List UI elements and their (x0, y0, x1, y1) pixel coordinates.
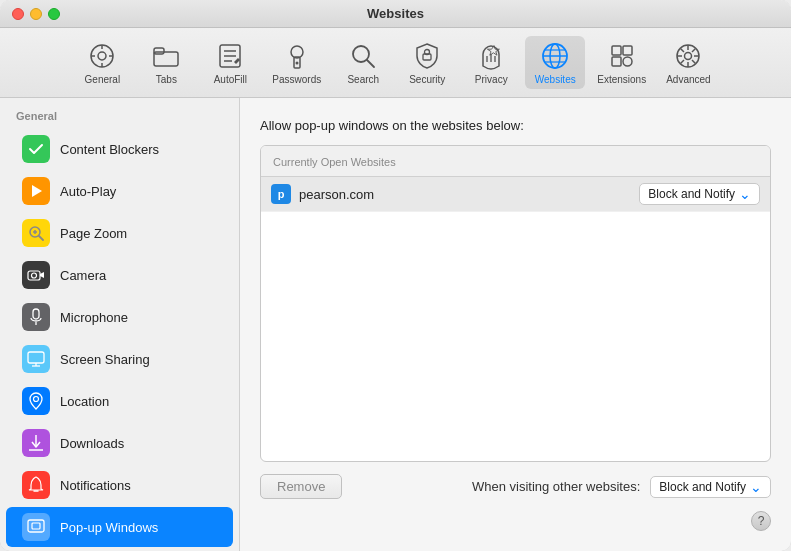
popup-windows-icon (22, 513, 50, 541)
sidebar-item-label-screen-sharing: Screen Sharing (60, 352, 150, 367)
sidebar-item-label-content-blockers: Content Blockers (60, 142, 159, 157)
maximize-button[interactable] (48, 8, 60, 20)
downloads-icon (22, 429, 50, 457)
panel-description: Allow pop-up windows on the websites bel… (260, 118, 771, 133)
other-websites-row: When visiting other websites: Block and … (472, 476, 771, 498)
site-setting-dropdown[interactable]: Block and Notify ⌄ (639, 183, 760, 205)
sidebar: General Content Blockers Auto-Play Page … (0, 98, 240, 551)
toolbar-item-tabs[interactable]: Tabs (136, 36, 196, 89)
svg-point-1 (98, 52, 106, 60)
svg-rect-24 (612, 46, 621, 55)
toolbar-item-general[interactable]: General (72, 36, 132, 89)
sidebar-item-location[interactable]: Location (6, 381, 233, 421)
sidebar-item-notifications[interactable]: Notifications (6, 465, 233, 505)
site-setting-value: Block and Notify (648, 187, 735, 201)
sidebar-item-label-notifications: Notifications (60, 478, 131, 493)
sidebar-item-label-downloads: Downloads (60, 436, 124, 451)
toolbar-label-general: General (85, 74, 121, 85)
minimize-button[interactable] (30, 8, 42, 20)
toolbar-label-privacy: Privacy (475, 74, 508, 85)
sidebar-item-microphone[interactable]: Microphone (6, 297, 233, 337)
toolbar-item-advanced[interactable]: Advanced (658, 36, 718, 89)
site-domain: pearson.com (299, 187, 639, 202)
toolbar-label-security: Security (409, 74, 445, 85)
camera-icon (22, 261, 50, 289)
main-content: General Content Blockers Auto-Play Page … (0, 98, 791, 551)
svg-rect-44 (33, 309, 39, 319)
toolbar-label-tabs: Tabs (156, 74, 177, 85)
search-icon (347, 40, 379, 72)
sidebar-item-page-zoom[interactable]: Page Zoom (6, 213, 233, 253)
sidebar-item-camera[interactable]: Camera (6, 255, 233, 295)
svg-point-49 (34, 397, 39, 402)
sidebar-item-label-camera: Camera (60, 268, 106, 283)
toolbar-item-passwords[interactable]: Passwords (264, 36, 329, 89)
toolbar-item-autofill[interactable]: AutoFill (200, 36, 260, 89)
toolbar: General Tabs AutoFill Passwords Search (0, 28, 791, 98)
help-button[interactable]: ? (751, 511, 771, 531)
svg-rect-46 (28, 352, 44, 363)
auto-play-icon (22, 177, 50, 205)
titlebar: Websites (0, 0, 791, 28)
right-panel: Allow pop-up windows on the websites bel… (240, 98, 791, 551)
extensions-icon (606, 40, 638, 72)
toolbar-item-search[interactable]: Search (333, 36, 393, 89)
sidebar-item-downloads[interactable]: Downloads (6, 423, 233, 463)
screen-sharing-icon (22, 345, 50, 373)
other-websites-value: Block and Notify (659, 480, 746, 494)
sidebar-item-label-page-zoom: Page Zoom (60, 226, 127, 241)
location-icon (22, 387, 50, 415)
toolbar-label-autofill: AutoFill (214, 74, 247, 85)
privacy-icon (475, 40, 507, 72)
microphone-icon (22, 303, 50, 331)
svg-rect-26 (612, 57, 621, 66)
toolbar-label-advanced: Advanced (666, 74, 710, 85)
websites-icon (539, 40, 571, 72)
svg-line-35 (692, 49, 696, 53)
sidebar-item-auto-play[interactable]: Auto-Play (6, 171, 233, 211)
general-icon (86, 40, 118, 72)
svg-rect-25 (623, 46, 632, 55)
svg-line-34 (692, 60, 696, 64)
svg-line-33 (681, 49, 685, 53)
toolbar-item-security[interactable]: Security (397, 36, 457, 89)
window-title: Websites (367, 6, 424, 21)
table-body: p pearson.com Block and Notify ⌄ (261, 177, 770, 461)
svg-point-43 (32, 273, 37, 278)
toolbar-label-passwords: Passwords (272, 74, 321, 85)
toolbar-label-extensions: Extensions (597, 74, 646, 85)
svg-line-36 (681, 60, 685, 64)
traffic-lights (12, 8, 60, 20)
advanced-icon (672, 40, 704, 72)
svg-line-39 (39, 236, 43, 240)
svg-rect-7 (154, 48, 164, 54)
sidebar-item-content-blockers[interactable]: Content Blockers (6, 129, 233, 169)
sidebar-item-popup-windows[interactable]: Pop-up Windows (6, 507, 233, 547)
toolbar-label-websites: Websites (535, 74, 576, 85)
toolbar-item-websites[interactable]: Websites (525, 36, 585, 89)
other-websites-dropdown[interactable]: Block and Notify ⌄ (650, 476, 771, 498)
content-blockers-icon (22, 135, 50, 163)
site-favicon: p (271, 184, 291, 204)
bottom-row: Remove When visiting other websites: Blo… (260, 474, 771, 499)
table-row[interactable]: p pearson.com Block and Notify ⌄ (261, 177, 770, 212)
dropdown-chevron: ⌄ (739, 186, 751, 202)
svg-line-16 (367, 60, 374, 67)
page-zoom-icon (22, 219, 50, 247)
sidebar-item-label-popup-windows: Pop-up Windows (60, 520, 158, 535)
svg-point-14 (295, 62, 298, 65)
svg-rect-53 (28, 520, 44, 532)
toolbar-item-privacy[interactable]: Privacy (461, 36, 521, 89)
svg-point-12 (291, 46, 303, 58)
security-icon (411, 40, 443, 72)
close-button[interactable] (12, 8, 24, 20)
remove-button[interactable]: Remove (260, 474, 342, 499)
websites-table: Currently Open Websites p pearson.com Bl… (260, 145, 771, 462)
other-websites-label: When visiting other websites: (472, 479, 640, 494)
sidebar-item-screen-sharing[interactable]: Screen Sharing (6, 339, 233, 379)
toolbar-item-extensions[interactable]: Extensions (589, 36, 654, 89)
autofill-icon (214, 40, 246, 72)
sidebar-item-label-location: Location (60, 394, 109, 409)
notifications-icon (22, 471, 50, 499)
safari-preferences-window: Websites General Tabs AutoFill Password (0, 0, 791, 551)
